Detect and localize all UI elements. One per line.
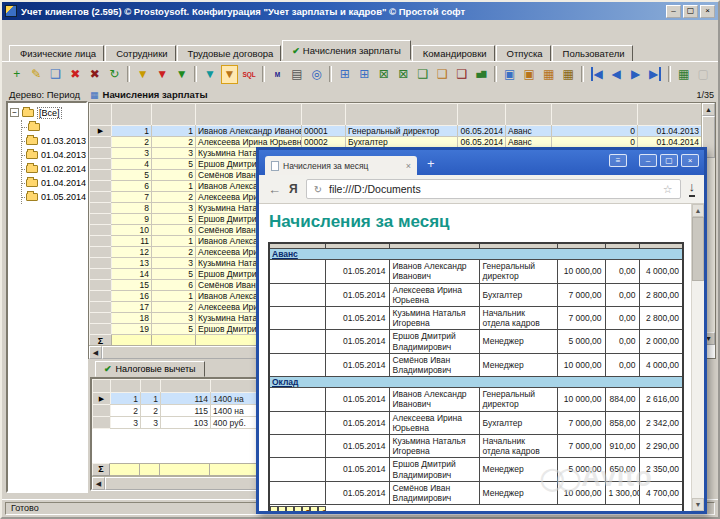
menu-item[interactable] [49,28,63,30]
form-view-icon[interactable]: ▣ [501,65,519,84]
menu-item[interactable] [35,28,49,30]
grid-view-icon[interactable]: ▦ [540,65,558,84]
scroll-left-icon[interactable]: ◀ [92,477,105,490]
menu-item[interactable] [63,28,77,30]
maximize-button[interactable]: ▢ [683,5,698,18]
filter-delete-icon[interactable]: ▼ [153,65,171,84]
memo-icon[interactable]: ▢ [694,65,712,84]
yandex-icon[interactable]: Я [289,182,298,196]
scroll-up-icon[interactable]: ▲ [702,103,715,116]
tree-item[interactable]: 01.03.2013 [22,134,86,148]
tree-item[interactable]: 01.05.2014 [22,190,86,204]
export-excel-icon[interactable]: ⊠ [375,65,393,84]
download-icon[interactable]: ↓ [689,181,696,197]
calendar-icon[interactable]: ▦ [675,65,693,84]
browser-scrollbar[interactable]: ▲ ▼ [691,204,704,511]
sql-filter-icon[interactable]: SQL [240,65,258,84]
tab[interactable]: Сотрудники [105,45,175,62]
tree-item[interactable]: 01.04.2013 [22,148,86,162]
tab[interactable]: ✔Начисления зарплаты [282,40,411,60]
first-record-icon[interactable]: ◀ [588,65,606,84]
reload-icon[interactable]: ↻ [314,184,322,195]
row-selector[interactable] [90,302,112,313]
print-icon[interactable]: ▤ [288,65,306,84]
tab[interactable]: Трудовые договора [177,45,282,62]
delete-record-icon[interactable]: ✖ [67,65,85,84]
tree-item[interactable]: 01.02.2014 [22,162,86,176]
tree-root[interactable]: − [Все] [10,105,86,120]
browser-tab[interactable]: Начисления за месяц × [265,156,417,175]
row-selector[interactable] [90,181,112,192]
card-view-icon[interactable]: ▣ [521,65,539,84]
browser-close-button[interactable]: × [681,154,699,167]
export-icon-1[interactable]: ⊞ [336,65,354,84]
row-selector[interactable] [90,203,112,214]
column-header[interactable] [638,104,702,126]
prev-record-icon[interactable]: ◀ [607,65,625,84]
tab[interactable]: Отпуска [496,45,551,62]
row-selector[interactable] [90,258,112,269]
browser-menu-icon[interactable]: ≡ [609,154,627,167]
chart-icon[interactable]: ▅▇ [473,65,491,84]
refresh-icon[interactable]: ↻ [106,65,124,84]
next-record-icon[interactable]: ▶ [627,65,645,84]
find-icon[interactable]: M [269,65,287,84]
column-header[interactable] [93,380,111,393]
scroll-down-icon[interactable]: ▼ [692,498,704,511]
quick-filter-icon[interactable]: ▼ [221,65,239,84]
row-selector[interactable] [90,159,112,170]
collapse-icon[interactable]: − [10,108,19,117]
row-selector[interactable] [90,225,112,236]
row-selector[interactable] [90,148,112,159]
column-header[interactable] [506,104,552,126]
column-header[interactable] [112,104,152,126]
row-selector[interactable] [90,214,112,225]
copy-record-icon[interactable]: ❑ [47,65,65,84]
row-selector[interactable] [90,291,112,302]
menu-item[interactable] [21,28,35,30]
row-selector[interactable] [90,324,112,335]
column-header[interactable] [196,104,302,126]
column-header[interactable] [141,380,161,393]
tab-close-icon[interactable]: × [406,161,411,171]
column-header[interactable] [552,104,638,126]
minimize-button[interactable]: – [666,5,681,18]
preview-icon[interactable]: ◎ [308,65,326,84]
import-file-icon[interactable]: ❑ [434,65,452,84]
filter-apply-icon[interactable]: ▼ [173,65,191,84]
browser-minimize-button[interactable]: – [639,154,657,167]
export-icon-2[interactable]: ⊞ [356,65,374,84]
row-selector[interactable] [90,313,112,324]
row-selector[interactable] [90,192,112,203]
row-selector[interactable] [90,170,112,181]
column-header[interactable] [152,104,196,126]
edit-record-icon[interactable]: ✎ [28,65,46,84]
row-selector[interactable] [93,417,111,429]
column-header[interactable] [111,380,141,393]
last-record-icon[interactable]: ▶ [646,65,664,84]
column-header[interactable] [90,104,112,126]
scroll-thumb[interactable] [692,217,704,281]
delete-filtered-icon[interactable]: ✖ [86,65,104,84]
scroll-up-icon[interactable]: ▲ [692,204,704,217]
menu-item[interactable] [7,28,21,30]
column-header[interactable] [346,104,458,126]
tab-tax-deductions[interactable]: ✔Налоговые вычеты [95,361,205,377]
row-selector[interactable]: ▶ [90,126,112,137]
Алексеева Ирина Юрьевна[interactable]: 2 2 Алексеева Ирина Юрьевна 00002 Бухгал… [90,137,702,148]
row-selector[interactable] [90,280,112,291]
close-button[interactable]: × [700,5,715,18]
row-selector[interactable] [90,236,112,247]
export-word-icon[interactable]: ❑ [453,65,471,84]
row-selector[interactable] [93,405,111,417]
tab[interactable]: Пользователи [552,45,633,62]
add-record-icon[interactable]: + [8,65,26,84]
back-icon[interactable]: ← [268,182,281,197]
row-selector[interactable] [90,269,112,280]
tree-item[interactable]: 01.04.2014 [22,176,86,190]
filter-tree-icon[interactable]: ▼ [201,65,219,84]
row-selector[interactable]: ▶ [93,393,111,405]
export-excel-filtered-icon[interactable]: ⊠ [395,65,413,84]
tab[interactable]: Командировки [412,45,495,62]
browser-maximize-button[interactable]: ▢ [660,154,678,167]
